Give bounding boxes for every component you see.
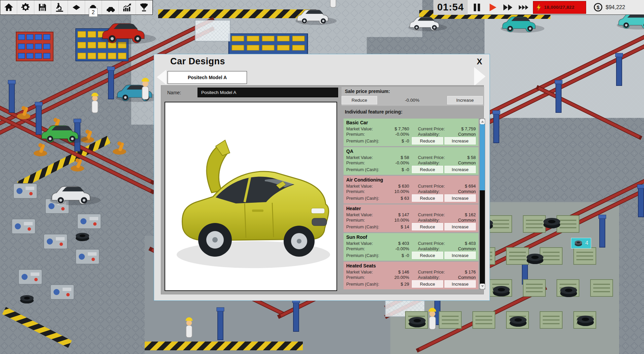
play-button[interactable]	[485, 1, 500, 14]
research-button[interactable]	[51, 0, 68, 14]
feature-name: Heater	[346, 206, 476, 211]
availability-label: Availability:	[418, 275, 452, 280]
gear-icon	[21, 3, 30, 12]
car-icon	[106, 3, 115, 12]
next-tab-arrow[interactable]	[474, 67, 486, 86]
feature-reduce-button[interactable]: Reduce	[412, 166, 443, 173]
scrollbar-thumb[interactable]	[480, 124, 485, 190]
scroll-up-arrow[interactable]	[480, 119, 485, 124]
availability-label: Availability:	[418, 132, 452, 137]
feature-increase-button[interactable]: Increase	[444, 223, 476, 230]
current-price: $ 7,759	[452, 126, 476, 131]
feature-reduce-button[interactable]: Reduce	[412, 252, 443, 259]
pause-button[interactable]	[470, 1, 485, 14]
power-indicator[interactable]: 18,000/27,822	[533, 1, 586, 14]
money-indicator[interactable]: $ $94,222	[594, 3, 625, 12]
showroom-button[interactable]	[102, 0, 119, 14]
availability-label: Availability:	[418, 189, 452, 194]
premium-cash-label: Premium (Cash):	[346, 138, 388, 143]
market-value: $ 147	[388, 212, 409, 217]
availability-label: Availability:	[418, 160, 452, 165]
premium-cash-label: Premium (Cash):	[346, 253, 388, 258]
dialog-content-panel: Name:	[161, 85, 484, 294]
feature-card-basic-car: Basic Car Market Value:$ 7,760Current Pr…	[344, 119, 478, 146]
svg-text:$: $	[597, 4, 600, 10]
home-button[interactable]	[0, 0, 17, 14]
feature-card-air-conditioning: Air Conditioning Market Value:$ 630Curre…	[344, 176, 478, 203]
sale-premium-increase-button[interactable]: Increase	[447, 96, 483, 104]
fast-forward-button[interactable]	[501, 1, 515, 14]
factory-viewport[interactable]: 2 01:54 18,000/27,822 $ $94,222	[0, 0, 644, 354]
current-price-label: Current Price:	[418, 126, 452, 131]
close-button[interactable]: X	[475, 56, 484, 67]
car-designs-dialog: Car Designs X Positech Model A Name:	[154, 54, 490, 301]
fastest-forward-icon	[518, 2, 529, 12]
current-price: $ 176	[452, 269, 476, 275]
feature-card-heater: Heater Market Value:$ 147Current Price:$…	[344, 204, 478, 232]
feature-reduce-button[interactable]: Reduce	[412, 194, 443, 202]
power-value: 18,000/27,822	[544, 5, 574, 10]
premium-cash-value: $ -0	[388, 253, 409, 258]
achievements-button[interactable]	[136, 0, 152, 14]
save-icon	[38, 3, 47, 12]
sale-premium-value: -0.00%	[377, 98, 447, 103]
current-price-label: Current Price:	[418, 241, 452, 246]
premium-cash-label: Premium (Cash):	[346, 196, 388, 201]
feature-reduce-button[interactable]: Reduce	[412, 137, 443, 144]
market-value-label: Market Value:	[346, 269, 388, 275]
prev-tab-arrow[interactable]	[157, 70, 166, 85]
sale-premium-panel: Sale price premium: Reduce -0.00% Increa…	[342, 87, 484, 106]
market-value: $ 58	[388, 155, 409, 160]
premium-cash-label: Premium (Cash):	[346, 167, 388, 172]
market-value-label: Market Value:	[346, 212, 388, 217]
availability-value: Common	[452, 246, 476, 251]
feature-increase-button[interactable]: Increase	[444, 252, 476, 259]
availability-label: Availability:	[418, 218, 452, 223]
premium-value: -0.00%	[388, 160, 409, 165]
feature-reduce-button[interactable]: Reduce	[412, 280, 443, 288]
design-name-input[interactable]	[198, 88, 338, 97]
fastest-forward-button[interactable]	[516, 1, 531, 14]
feature-reduce-button[interactable]: Reduce	[412, 223, 443, 230]
fast-forward-icon	[503, 2, 513, 12]
feature-increase-button[interactable]: Increase	[444, 280, 476, 288]
feature-increase-button[interactable]: Increase	[444, 137, 476, 144]
premium-label: Premium:	[346, 246, 388, 251]
current-price-label: Current Price:	[418, 269, 452, 275]
scroll-down-arrow[interactable]	[480, 284, 485, 289]
tire-stack-badge: 4	[571, 238, 591, 249]
tire-count: 4	[585, 240, 588, 246]
feature-increase-button[interactable]: Increase	[444, 194, 476, 202]
trophy-icon	[139, 3, 149, 12]
market-value-label: Market Value:	[346, 155, 388, 160]
speed-controls	[468, 1, 533, 14]
vehicle-count: 2	[92, 9, 95, 15]
name-label: Name:	[167, 90, 181, 95]
feature-name: QA	[346, 149, 476, 154]
money-value: $94,222	[606, 4, 625, 10]
settings-button[interactable]	[17, 0, 34, 14]
play-icon	[488, 2, 498, 12]
feature-card-qa: QA Market Value:$ 58Current Price:$ 58 P…	[344, 147, 478, 175]
sale-premium-reduce-button[interactable]: Reduce	[342, 96, 377, 104]
feature-increase-button[interactable]: Increase	[444, 166, 476, 173]
current-price: $ 694	[452, 184, 476, 189]
market-value-label: Market Value:	[346, 184, 388, 189]
feature-list: Basic Car Market Value:$ 7,760Current Pr…	[344, 119, 478, 290]
marketing-button[interactable]	[68, 0, 85, 14]
tab-positech-model-a[interactable]: Positech Model A	[168, 71, 247, 84]
premium-label: Premium:	[346, 218, 388, 223]
tire-icon	[574, 240, 583, 247]
availability-value: Common	[452, 218, 476, 223]
premium-cash-value: $ -0	[388, 167, 409, 172]
premium-cash-label: Premium (Cash):	[346, 282, 388, 287]
game-clock: 01:54	[433, 0, 468, 15]
market-value-label: Market Value:	[346, 126, 388, 131]
dollar-icon: $	[594, 3, 603, 12]
premium-label: Premium:	[346, 132, 388, 137]
feature-card-sun-roof: Sun Roof Market Value:$ 403Current Price…	[344, 233, 478, 261]
feature-scrollbar[interactable]	[479, 119, 485, 289]
statistics-button[interactable]	[119, 0, 136, 14]
save-button[interactable]	[34, 0, 51, 14]
dialog-title: Car Designs	[170, 56, 225, 67]
